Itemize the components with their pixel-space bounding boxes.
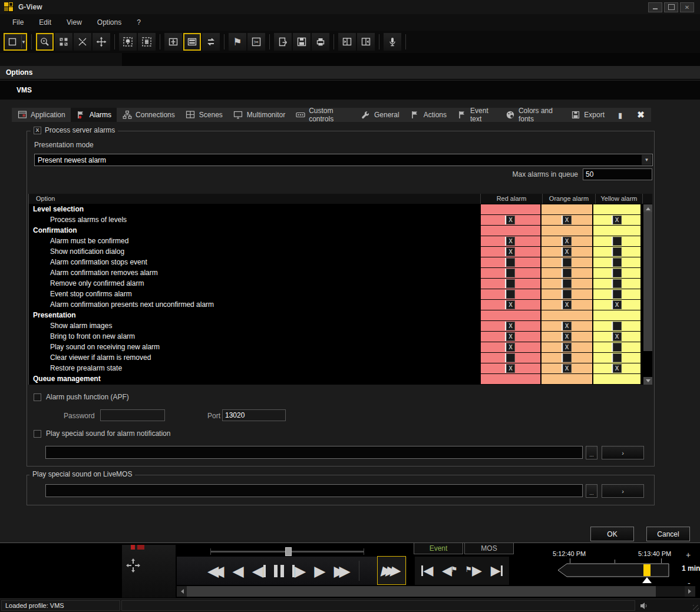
tab-connections[interactable]: Connections <box>117 108 180 122</box>
livemos-sound-path-input[interactable] <box>45 484 583 497</box>
step-backward-button[interactable]: ◀ <box>252 564 266 578</box>
yellow-alarm-checkbox[interactable] <box>613 322 622 330</box>
move-button[interactable] <box>93 33 110 51</box>
skip-to-start-button[interactable]: ◀ <box>421 564 433 577</box>
yellow-alarm-checkbox[interactable] <box>613 247 622 256</box>
event-tab[interactable]: Event <box>414 543 463 554</box>
orange-alarm-checkbox[interactable] <box>563 353 572 362</box>
tab-application[interactable]: Application <box>12 108 71 122</box>
red-alarm-checkbox[interactable] <box>506 290 515 299</box>
apf-checkbox[interactable] <box>34 393 41 401</box>
microphone-button[interactable] <box>384 33 401 51</box>
orange-alarm-column-header[interactable]: Orange alarm <box>543 194 596 204</box>
previous-event-button[interactable]: ◀⚑ <box>442 564 458 577</box>
swap-views-button[interactable] <box>202 33 220 51</box>
yellow-alarm-checkbox[interactable]: X <box>613 216 622 224</box>
red-alarm-checkbox[interactable]: X <box>506 216 515 224</box>
table-scrollbar[interactable] <box>643 204 652 385</box>
save-button[interactable] <box>293 33 311 51</box>
tab-general[interactable]: General <box>355 108 405 122</box>
alarm-region-button[interactable] <box>119 33 137 51</box>
orange-alarm-checkbox[interactable]: X <box>563 216 572 224</box>
menu-file[interactable]: File <box>5 18 31 27</box>
red-alarm-checkbox[interactable]: X <box>506 364 515 373</box>
minimize-button[interactable] <box>648 2 662 12</box>
scroll-down-button[interactable] <box>643 377 652 385</box>
red-alarm-checkbox[interactable]: X <box>506 300 515 309</box>
hscroll-thumb[interactable] <box>187 586 656 597</box>
pan-view-button[interactable] <box>164 33 182 51</box>
close-tab[interactable]: ✖ <box>630 108 651 122</box>
dropdown-caret-icon[interactable]: ▼ <box>21 39 26 45</box>
single-view-button[interactable]: ▼ <box>4 33 27 51</box>
orange-alarm-checkbox[interactable]: X <box>563 322 572 330</box>
presentation-mode-dropdown[interactable]: Present newest alarm ▼ <box>34 154 653 166</box>
play-backward-button[interactable]: ◀ <box>232 564 243 578</box>
red-alarm-checkbox[interactable]: X <box>506 322 515 330</box>
menu-?[interactable]: ? <box>129 18 148 27</box>
tab-actions[interactable]: Actions <box>405 108 452 122</box>
red-alarm-checkbox[interactable]: X <box>506 332 515 341</box>
special-sound-checkbox[interactable] <box>34 430 41 438</box>
play-button[interactable]: ▶ <box>314 564 325 578</box>
red-alarm-checkbox[interactable] <box>506 353 515 362</box>
maximize-button[interactable] <box>664 2 678 12</box>
menu-view[interactable]: View <box>59 18 90 27</box>
zoom-button[interactable] <box>36 33 54 51</box>
dropdown-arrow-icon[interactable]: ▼ <box>642 155 652 165</box>
red-alarm-column-header[interactable]: Red alarm <box>481 194 543 204</box>
tab-colors-and-fonts[interactable]: Colors and fonts <box>500 108 565 122</box>
print-button[interactable] <box>312 33 329 51</box>
export-image-button[interactable] <box>274 33 292 51</box>
tab-custom-controls[interactable]: Custom controls <box>290 108 355 122</box>
next-event-button[interactable]: ⚑▶ <box>466 564 482 577</box>
pan-mode-icon[interactable] <box>126 558 140 573</box>
special-sound-path-input[interactable] <box>45 446 583 459</box>
orange-alarm-checkbox[interactable]: X <box>563 237 572 246</box>
orange-alarm-checkbox[interactable] <box>563 269 572 277</box>
region-select-button[interactable] <box>138 33 156 51</box>
yellow-alarm-checkbox[interactable]: X <box>613 332 622 341</box>
speaker-icon[interactable] <box>640 602 649 610</box>
mos-tab[interactable]: MOS <box>464 543 514 554</box>
rewind-button[interactable]: ◀◀ <box>207 564 224 578</box>
yellow-alarm-checkbox[interactable] <box>613 279 622 288</box>
yellow-alarm-checkbox[interactable] <box>613 343 622 352</box>
orange-alarm-checkbox[interactable]: X <box>563 247 572 256</box>
quad-view-button[interactable] <box>55 33 72 51</box>
step-forward-button[interactable]: ▶ <box>292 564 306 578</box>
livemos-play-button[interactable]: › <box>602 484 644 498</box>
fast-forward-button[interactable]: ▶▶ <box>334 564 350 578</box>
timeline-hscrollbar[interactable] <box>177 586 695 597</box>
flag-button[interactable]: ⚑ <box>229 33 246 51</box>
red-alarm-checkbox[interactable]: X <box>506 237 515 246</box>
red-alarm-checkbox[interactable] <box>506 279 515 288</box>
hscroll-left-button[interactable] <box>177 586 187 597</box>
timeline-zoom-in-button[interactable]: + <box>686 550 691 560</box>
live-mode-button[interactable]: ▶▶▶ <box>377 556 406 585</box>
password-input[interactable] <box>100 409 165 421</box>
menu-edit[interactable]: Edit <box>31 18 59 27</box>
tab-multimonitor[interactable]: Multimonitor <box>228 108 290 122</box>
process-server-alarms-checkbox[interactable]: X <box>34 127 41 134</box>
scrollbar-thumb[interactable] <box>643 212 652 351</box>
red-alarm-checkbox[interactable]: X <box>506 343 515 352</box>
orange-alarm-checkbox[interactable] <box>563 279 572 288</box>
orange-alarm-checkbox[interactable] <box>563 258 572 267</box>
yellow-alarm-checkbox[interactable] <box>613 290 622 299</box>
browse-sound-button[interactable]: ... <box>586 446 597 459</box>
ok-button[interactable]: OK <box>590 527 634 541</box>
timeline-pointer-icon[interactable] <box>642 577 652 583</box>
orange-alarm-checkbox[interactable]: X <box>563 364 572 373</box>
yellow-alarm-checkbox[interactable] <box>613 258 622 267</box>
livemos-browse-button[interactable]: ... <box>586 484 597 498</box>
max-alarms-input[interactable] <box>583 168 652 180</box>
menu-options[interactable]: Options <box>90 18 129 27</box>
red-alarm-checkbox[interactable] <box>506 258 515 267</box>
cancel-button[interactable]: Cancel <box>646 527 690 541</box>
tab-event-text[interactable]: Event text <box>452 108 500 122</box>
timeline-bar[interactable] <box>557 563 670 577</box>
play-sound-button[interactable]: › <box>602 446 644 459</box>
tab-scenes[interactable]: Scenes <box>180 108 228 122</box>
skip-to-end-button[interactable]: ▶ <box>491 564 503 577</box>
